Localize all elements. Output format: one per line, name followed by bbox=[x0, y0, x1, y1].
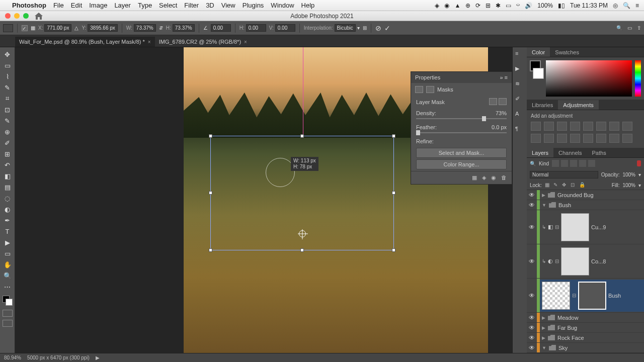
menu-select[interactable]: Select bbox=[159, 2, 177, 9]
path-select-tool[interactable]: ▶ bbox=[2, 237, 14, 247]
mask-thumbnail[interactable] bbox=[561, 213, 589, 241]
add-vector-mask-icon[interactable] bbox=[499, 98, 507, 105]
minimize-window-button[interactable] bbox=[14, 13, 20, 19]
eraser-tool[interactable]: ◧ bbox=[2, 171, 14, 181]
doc-info-menu-icon[interactable]: ▶ bbox=[96, 355, 100, 360]
menu-view[interactable]: View bbox=[221, 2, 235, 9]
gradient-tool[interactable]: ▤ bbox=[2, 182, 14, 192]
menu-filter[interactable]: Filter bbox=[184, 2, 199, 9]
color-lookup-icon[interactable] bbox=[557, 134, 567, 143]
marquee-tool[interactable]: ▭ bbox=[2, 60, 14, 70]
transform-pivot[interactable] bbox=[299, 230, 306, 237]
blend-mode-select[interactable]: Normal bbox=[530, 171, 598, 178]
feather-slider[interactable] bbox=[416, 132, 507, 133]
handle-tl[interactable] bbox=[209, 134, 212, 138]
color-background[interactable] bbox=[533, 68, 544, 79]
wifi-icon[interactable]: ⌔ bbox=[516, 2, 520, 9]
adjust-icon[interactable]: ≋ bbox=[515, 80, 524, 88]
filter-search-icon[interactable]: 🔍 bbox=[530, 161, 536, 166]
blur-tool[interactable]: ◌ bbox=[2, 193, 14, 203]
hue-slider[interactable] bbox=[635, 60, 641, 97]
pixel-mask-icon[interactable] bbox=[415, 86, 423, 93]
home-icon[interactable] bbox=[35, 13, 43, 20]
lock-all-icon[interactable]: 🔒 bbox=[579, 182, 585, 188]
add-pixel-mask-icon[interactable] bbox=[489, 98, 497, 105]
crop-tool[interactable]: ⌗ bbox=[2, 94, 14, 104]
siri-icon[interactable]: ◎ bbox=[613, 2, 618, 9]
layer-group-bush[interactable]: 👁 ▼Bush bbox=[527, 200, 644, 210]
menu-edit[interactable]: Edit bbox=[71, 2, 82, 9]
zoom-tool[interactable]: 🔍 bbox=[2, 270, 14, 281]
rectangle-tool[interactable]: ▭ bbox=[2, 248, 14, 258]
lock-image-icon[interactable]: ✎ bbox=[553, 182, 559, 188]
skew-h[interactable]: 0.00 bbox=[246, 24, 266, 32]
workspace-icon[interactable]: ▭ bbox=[627, 25, 632, 31]
color-picker-field[interactable] bbox=[546, 60, 632, 97]
opacity-value[interactable]: 100% bbox=[622, 172, 635, 177]
handle-ml[interactable] bbox=[209, 191, 212, 195]
search-icon[interactable]: 🔍 bbox=[616, 25, 622, 31]
lock-transparency-icon[interactable]: ▦ bbox=[545, 182, 551, 188]
disable-mask-icon[interactable]: ◉ bbox=[491, 174, 496, 181]
character-icon[interactable]: A bbox=[515, 111, 524, 119]
quickmask-toggle[interactable] bbox=[3, 310, 13, 317]
pen-tool[interactable]: ✒ bbox=[2, 215, 14, 225]
brush-settings-icon[interactable]: ✐ bbox=[515, 96, 524, 104]
menu-window[interactable]: Window bbox=[271, 2, 294, 9]
handle-mr[interactable] bbox=[392, 191, 395, 195]
channels-tab[interactable]: Channels bbox=[553, 148, 587, 157]
display-icon[interactable]: ▭ bbox=[506, 2, 511, 9]
layer-group-far-bug[interactable]: 👁 ▶Far Bug bbox=[527, 323, 644, 333]
mask-thumbnail[interactable] bbox=[578, 282, 606, 310]
color-balance-icon[interactable] bbox=[609, 122, 619, 131]
filter-smart-icon[interactable] bbox=[588, 160, 595, 167]
density-value[interactable]: 73% bbox=[496, 110, 507, 116]
skew-v[interactable]: 0.00 bbox=[275, 24, 295, 32]
tool-preset-picker[interactable] bbox=[3, 24, 13, 32]
visibility-toggle[interactable]: 👁 bbox=[527, 292, 537, 299]
layers-tab[interactable]: Layers bbox=[527, 148, 553, 157]
visibility-toggle[interactable]: 👁 bbox=[527, 324, 537, 331]
visibility-toggle[interactable]: 👁 bbox=[527, 344, 537, 351]
invert-icon[interactable] bbox=[570, 134, 580, 143]
spotlight-icon[interactable]: 🔍 bbox=[623, 2, 630, 9]
frame-tool[interactable]: ⊡ bbox=[2, 105, 14, 115]
hand-tool[interactable]: ✋ bbox=[2, 259, 14, 269]
select-and-mask-button[interactable]: Select and Mask... bbox=[416, 148, 507, 158]
libraries-tab[interactable]: Libraries bbox=[527, 100, 558, 110]
density-slider[interactable] bbox=[416, 118, 507, 119]
layer-co8[interactable]: 👁 ↳ ◐ ⊟ Co...8 bbox=[527, 244, 644, 279]
close-window-button[interactable] bbox=[5, 13, 11, 19]
interp-select[interactable]: Bicubic bbox=[335, 24, 356, 32]
handle-br[interactable] bbox=[392, 248, 395, 252]
canvas[interactable]: W: 113 px H: 78 px Properties » ≡ Masks … bbox=[15, 47, 512, 353]
eyedropper-tool[interactable]: ✎ bbox=[2, 116, 14, 126]
handle-tr[interactable] bbox=[392, 134, 395, 138]
menu-3d[interactable]: 3D bbox=[206, 2, 214, 9]
filter-shape-icon[interactable] bbox=[579, 160, 586, 167]
doc-tab-img-6789[interactable]: IMG_6789.CR2 @ 25% (RGB/8*) × bbox=[155, 37, 251, 47]
w-value[interactable]: 73.37% bbox=[134, 24, 156, 32]
quick-select-tool[interactable]: ✎ bbox=[2, 82, 14, 93]
layer-group-sky[interactable]: 👁 ▼Sky bbox=[527, 343, 644, 353]
menu-plugins[interactable]: Plugins bbox=[243, 2, 264, 9]
filter-kind[interactable]: Kind bbox=[539, 161, 549, 166]
levels-icon[interactable] bbox=[544, 122, 554, 131]
layer-bush-image[interactable]: 👁 ⊟ Bush bbox=[527, 279, 644, 313]
share-icon[interactable]: ⇪ bbox=[637, 25, 641, 31]
menu-image[interactable]: Image bbox=[89, 2, 107, 9]
handle-bl[interactable] bbox=[209, 248, 212, 252]
close-icon[interactable]: × bbox=[148, 39, 151, 45]
menu-help[interactable]: Help bbox=[301, 2, 315, 9]
layer-thumbnail[interactable] bbox=[542, 282, 570, 310]
type-tool[interactable]: T bbox=[2, 226, 14, 236]
triangle-icon[interactable]: △ bbox=[74, 25, 78, 31]
x-value[interactable]: 771.00 px bbox=[44, 24, 71, 32]
visibility-toggle[interactable]: 👁 bbox=[527, 314, 537, 321]
menu-file[interactable]: File bbox=[53, 2, 64, 9]
lock-nested-icon[interactable]: ⊡ bbox=[571, 182, 577, 188]
photo-filter-icon[interactable] bbox=[531, 134, 541, 143]
vector-mask-icon[interactable] bbox=[426, 86, 434, 93]
panel-collapse-icon[interactable]: » ≡ bbox=[500, 74, 508, 80]
threshold-icon[interactable] bbox=[596, 134, 606, 143]
